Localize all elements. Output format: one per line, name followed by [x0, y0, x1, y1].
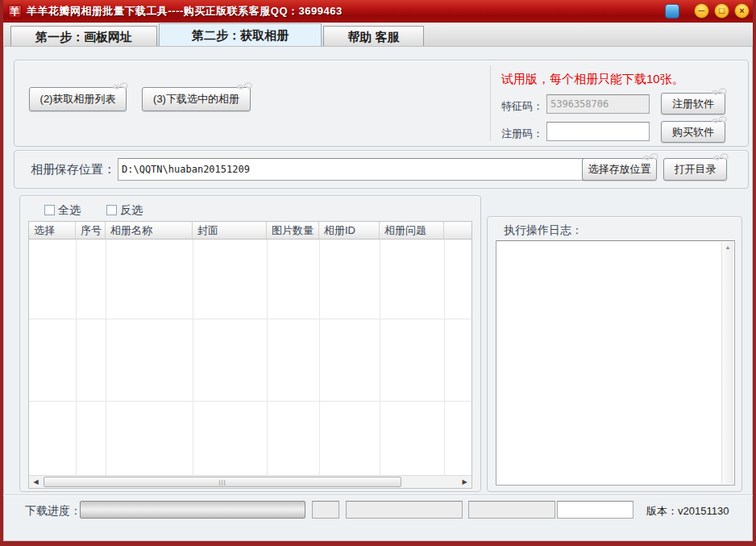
album-table-body — [29, 240, 471, 475]
maximize-button[interactable]: □ — [714, 3, 729, 19]
status-field-2 — [346, 501, 463, 519]
app-icon: 羊 — [8, 5, 22, 19]
decor-swirl-icon — [710, 115, 729, 126]
skin-icon[interactable] — [665, 4, 679, 19]
decor-swirl-icon — [235, 81, 255, 92]
trial-notice: 试用版，每个相册只能下载10张。 — [501, 72, 684, 87]
invert-selection-checkbox[interactable] — [106, 205, 117, 215]
window-title: 羊羊花瓣网相册批量下载工具----购买正版联系客服QQ：3699463 — [27, 4, 343, 19]
register-code-label: 注册码： — [501, 127, 543, 141]
scroll-right-icon[interactable]: ▶ — [459, 476, 471, 488]
invert-selection-label: 反选 — [120, 203, 143, 216]
open-directory-button[interactable]: 打开目录 — [663, 158, 727, 181]
panel-divider — [490, 65, 491, 141]
tab-step2-get-albums[interactable]: 第二步：获取相册 — [159, 23, 322, 46]
album-list-panel: 全选 反选 选择 序号 相册名称 封面 图片数量 相册ID 相册问题 — [19, 195, 481, 492]
scroll-up-icon[interactable]: ▲ — [722, 242, 733, 253]
tab-help-support[interactable]: 帮助 客服 — [323, 26, 424, 46]
column-header-filler — [444, 222, 471, 239]
album-table-header: 选择 序号 相册名称 封面 图片数量 相册ID 相册问题 — [29, 222, 471, 240]
column-header-select[interactable]: 选择 — [29, 222, 76, 239]
grid-line — [29, 319, 471, 319]
vertical-scrollbar[interactable]: ▲ — [721, 242, 733, 484]
select-all-label: 全选 — [58, 203, 81, 216]
register-software-button[interactable]: 注册软件 — [661, 93, 725, 115]
download-progress-label: 下载进度： — [25, 504, 81, 519]
actions-registration-panel: (2)获取相册列表 (3)下载选中的相册 试用版，每个相册只能下载10张。 特征… — [14, 60, 749, 147]
grid-line — [444, 240, 445, 475]
grid-line — [319, 240, 320, 475]
log-panel: 执行操作日志： ▲ — [487, 216, 742, 492]
column-header-problem[interactable]: 相册问题 — [380, 222, 444, 239]
select-all-checkbox[interactable] — [44, 205, 55, 215]
horizontal-scrollbar-thumb[interactable]: ||| — [44, 477, 401, 487]
select-all-control[interactable]: 全选 — [44, 203, 81, 216]
window-controls: ─ □ × — [665, 3, 750, 19]
version-label: 版本：v20151130 — [646, 504, 729, 519]
status-input[interactable] — [557, 501, 633, 519]
choose-location-label: 选择存放位置 — [588, 163, 651, 175]
log-textarea[interactable]: ▲ — [496, 240, 735, 486]
close-button[interactable]: × — [734, 3, 750, 19]
decor-swirl-icon — [642, 152, 661, 163]
selection-controls: 全选 反选 — [44, 203, 165, 218]
column-header-count[interactable]: 图片数量 — [267, 222, 319, 239]
decor-swirl-icon — [111, 81, 131, 92]
save-location-panel: 相册保存位置： 选择存放位置 打开目录 — [14, 150, 749, 189]
grid-line — [106, 240, 106, 475]
fetch-album-list-button[interactable]: (2)获取相册列表 — [29, 87, 127, 111]
buy-software-button[interactable]: 购买软件 — [661, 121, 725, 143]
app-icon-glyph: 羊 — [10, 6, 20, 17]
decor-swirl-icon — [710, 86, 729, 98]
grid-line — [76, 240, 77, 475]
status-field-1 — [312, 501, 339, 519]
download-selected-label: (3)下载选中的相册 — [153, 93, 239, 105]
grid-line — [267, 240, 268, 475]
fetch-album-list-label: (2)获取相册列表 — [40, 93, 116, 105]
status-field-3 — [468, 501, 555, 519]
register-software-label: 注册软件 — [672, 98, 714, 110]
column-header-name[interactable]: 相册名称 — [106, 222, 193, 239]
status-bar: 下载进度： 版本：v20151130 — [3, 494, 753, 541]
choose-location-button[interactable]: 选择存放位置 — [582, 158, 657, 181]
decor-swirl-icon — [712, 152, 731, 163]
horizontal-scrollbar[interactable]: ◀ ||| ▶ — [29, 475, 471, 488]
app-window: 羊 羊羊花瓣网相册批量下载工具----购买正版联系客服QQ：3699463 ─ … — [0, 0, 756, 546]
log-panel-label: 执行操作日志： — [504, 223, 583, 238]
feature-code-field — [546, 94, 650, 114]
save-path-input[interactable] — [118, 158, 585, 181]
tab-bar: 第一步：画板网址 第二步：获取相册 帮助 客服 — [3, 23, 753, 47]
feature-code-label: 特征码： — [501, 99, 543, 114]
column-header-index[interactable]: 序号 — [76, 222, 106, 239]
tab-step1-board-url[interactable]: 第一步：画板网址 — [10, 26, 157, 46]
open-directory-label: 打开目录 — [675, 163, 717, 175]
grid-line — [29, 401, 471, 402]
save-location-label: 相册保存位置： — [31, 162, 115, 177]
register-code-input[interactable] — [546, 122, 650, 141]
column-header-cover[interactable]: 封面 — [193, 222, 267, 239]
download-selected-button[interactable]: (3)下载选中的相册 — [142, 87, 251, 111]
grid-line — [380, 240, 380, 475]
column-header-album-id[interactable]: 相册ID — [319, 222, 380, 239]
grid-line — [193, 240, 193, 475]
scroll-left-icon[interactable]: ◀ — [30, 476, 42, 488]
download-progress-bar — [80, 501, 305, 519]
buy-software-label: 购买软件 — [672, 126, 714, 138]
invert-selection-control[interactable]: 反选 — [106, 203, 143, 216]
log-content — [500, 243, 718, 483]
album-table: 选择 序号 相册名称 封面 图片数量 相册ID 相册问题 — [28, 221, 472, 489]
titlebar: 羊 羊羊花瓣网相册批量下载工具----购买正版联系客服QQ：3699463 ─ … — [0, 0, 756, 23]
minimize-button[interactable]: ─ — [694, 3, 709, 19]
